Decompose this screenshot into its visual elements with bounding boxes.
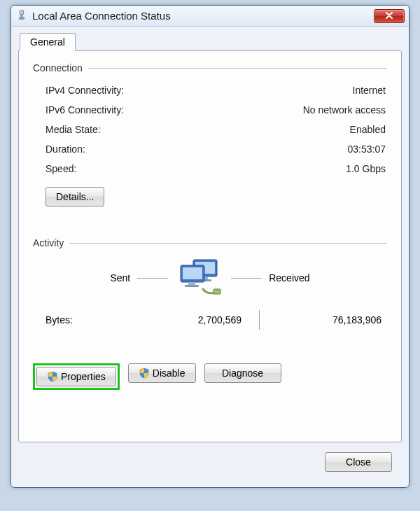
- speed-label: Speed:: [46, 163, 76, 174]
- ipv6-value: No network access: [303, 104, 386, 115]
- activity-visual: Sent: [33, 258, 387, 298]
- diagnose-button[interactable]: Diagnose: [204, 363, 281, 383]
- speed-value: 1.0 Gbps: [346, 163, 386, 174]
- divider: [88, 68, 387, 69]
- activity-group-header: Activity: [33, 237, 387, 248]
- uac-shield-icon: [139, 368, 150, 379]
- media-state-label: Media State:: [46, 124, 101, 135]
- disable-button-label: Disable: [153, 368, 186, 379]
- tab-general[interactable]: General: [20, 33, 76, 51]
- ipv6-label: IPv6 Connectivity:: [46, 104, 124, 115]
- divider: [231, 278, 262, 279]
- divider: [241, 310, 276, 330]
- divider: [69, 243, 387, 244]
- uac-shield-icon: [47, 371, 58, 382]
- highlight-annotation: Properties: [33, 363, 120, 390]
- ipv4-label: IPv4 Connectivity:: [46, 85, 124, 96]
- connection-status-window: Local Area Connection Status General Con…: [10, 5, 410, 488]
- row-speed: Speed: 1.0 Gbps: [33, 159, 387, 178]
- close-button[interactable]: Close: [325, 452, 392, 472]
- received-label: Received: [269, 272, 309, 284]
- tabstrip: General: [18, 32, 402, 50]
- action-button-row: Properties Disable Diagnose: [33, 363, 387, 390]
- media-state-value: Enabled: [350, 124, 386, 135]
- divider: [137, 278, 168, 279]
- connection-header-label: Connection: [33, 62, 88, 74]
- window-close-button[interactable]: [374, 9, 405, 23]
- duration-label: Duration:: [46, 144, 85, 155]
- svg-rect-9: [183, 267, 202, 279]
- duration-value: 03:53:07: [348, 144, 386, 155]
- tab-general-label: General: [30, 36, 65, 48]
- titlebar: Local Area Connection Status: [11, 6, 409, 27]
- details-button-label: Details...: [56, 191, 94, 202]
- tabpanel-general: Connection IPv4 Connectivity: Internet I…: [18, 50, 402, 442]
- bytes-label: Bytes:: [46, 314, 150, 326]
- disable-button[interactable]: Disable: [128, 363, 196, 383]
- svg-rect-3: [19, 17, 24, 19]
- bytes-row: Bytes: 2,700,569 76,183,906: [33, 304, 387, 332]
- close-icon: [385, 11, 393, 21]
- sent-label: Sent: [110, 272, 130, 284]
- details-button[interactable]: Details...: [46, 187, 104, 206]
- window-title: Local Area Connection Status: [32, 10, 374, 22]
- svg-rect-1: [20, 14, 21, 18]
- svg-rect-0: [20, 10, 23, 13]
- connection-group-header: Connection: [33, 62, 387, 74]
- row-duration: Duration: 03:53:07: [33, 139, 387, 159]
- bytes-received-value: 76,183,906: [276, 314, 386, 326]
- dialog-footer: Close: [18, 442, 402, 483]
- svg-rect-2: [22, 14, 22, 18]
- network-adapter-icon: [15, 10, 28, 22]
- row-ipv6: IPv6 Connectivity: No network access: [33, 100, 387, 120]
- network-computers-icon: [175, 258, 224, 298]
- diagnose-button-label: Diagnose: [222, 368, 263, 379]
- close-button-label: Close: [346, 456, 371, 468]
- ipv4-value: Internet: [353, 85, 386, 96]
- properties-button[interactable]: Properties: [36, 367, 116, 386]
- svg-rect-10: [188, 282, 195, 285]
- svg-rect-12: [214, 289, 220, 294]
- svg-rect-11: [185, 285, 199, 287]
- activity-header-label: Activity: [33, 237, 69, 248]
- client-area: General Connection IPv4 Connectivity: In…: [11, 27, 409, 487]
- bytes-sent-value: 2,700,569: [150, 314, 241, 326]
- properties-button-label: Properties: [61, 371, 106, 382]
- row-ipv4: IPv4 Connectivity: Internet: [33, 80, 387, 100]
- row-media-state: Media State: Enabled: [33, 120, 387, 139]
